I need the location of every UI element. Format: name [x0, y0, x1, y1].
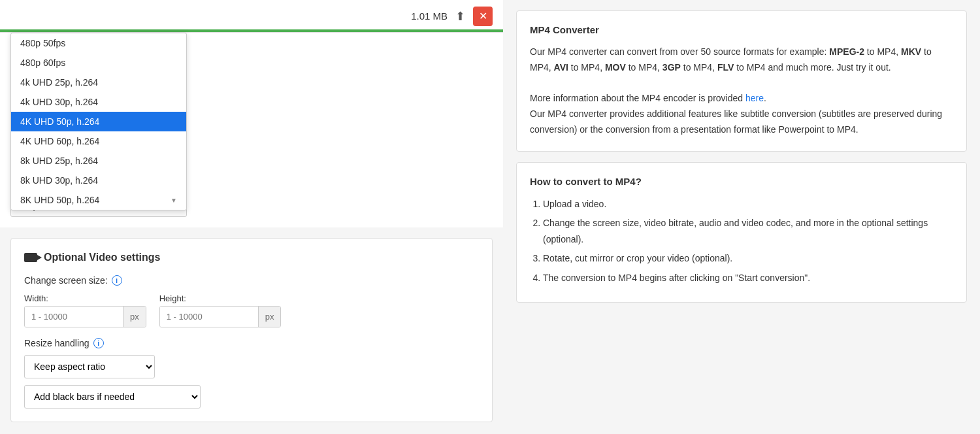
here-link[interactable]: here	[745, 93, 764, 103]
how-to-step-2: Change the screen size, video bitrate, a…	[543, 215, 953, 248]
progress-bar-fill	[0, 29, 503, 32]
width-input[interactable]	[25, 307, 123, 327]
quality-item-4k30[interactable]: 4k UHD 30p, h.264	[11, 92, 186, 112]
height-group: Height: px	[159, 293, 282, 327]
upload-icon: ⬆	[455, 10, 465, 23]
optional-video-settings: Optional Video settings Change screen si…	[10, 238, 493, 422]
resize-label-text: Resize handling	[24, 338, 90, 348]
3gp-label: 3GP	[662, 62, 681, 73]
avi-label: AVI	[554, 62, 568, 73]
how-to-title: How to convert to MP4?	[530, 176, 953, 187]
resize-label: Resize handling i	[24, 338, 479, 348]
quality-item-480p60[interactable]: 480p 60fps	[11, 53, 186, 73]
width-unit: px	[123, 307, 146, 327]
width-group: Width: px	[24, 293, 146, 327]
how-to-step-3: Rotate, cut mirror or crop your video (o…	[543, 250, 953, 267]
quality-item-480p50[interactable]: 480p 50fps	[11, 33, 186, 53]
mkv-label: MKV	[901, 46, 921, 57]
dropdown-arrow: ▼	[171, 197, 177, 204]
screen-size-text: Change screen size:	[24, 275, 108, 286]
height-unit: px	[258, 307, 281, 327]
progress-bar-container	[0, 29, 503, 32]
section-title-text: Optional Video settings	[44, 252, 160, 263]
dimensions-row: Width: px Height: px	[24, 293, 479, 327]
video-camera-icon	[24, 253, 37, 262]
how-to-list: Upload a video. Change the screen size, …	[530, 196, 953, 286]
mp4-converter-body: Our MP4 converter can convert from over …	[530, 44, 953, 138]
quality-item-8k25[interactable]: 8k UHD 25p, h.264	[11, 151, 186, 171]
file-size: 1.01 MB	[411, 10, 448, 22]
mov-label: MOV	[605, 62, 626, 73]
quality-item-8k30[interactable]: 8k UHD 30p, h.264	[11, 171, 186, 190]
quality-item-4k25[interactable]: 4k UHD 25p, h.264	[11, 73, 186, 92]
height-input[interactable]	[160, 307, 258, 327]
how-to-step-1: Upload a video.	[543, 196, 953, 212]
screen-size-info-icon[interactable]: i	[112, 275, 122, 286]
mp4-converter-card: MP4 Converter Our MP4 converter can conv…	[516, 10, 967, 152]
right-panel: MP4 Converter Our MP4 converter can conv…	[503, 0, 980, 434]
mp4-converter-title: MP4 Converter	[530, 24, 953, 35]
left-panel: 1.01 MB ⬆ ✕ 480p 50fps 480p 60fps 4k UHD…	[0, 0, 503, 434]
black-bars-select[interactable]: Add black bars if needed Crop None	[24, 385, 201, 409]
quality-dropdown-area: 480p 50fps 480p 60fps 4k UHD 25p, h.264 …	[0, 33, 503, 190]
mp4-para1: Our MP4 converter can convert from over …	[530, 44, 953, 76]
resize-section: Resize handling i Keep aspect ratio Stre…	[24, 338, 479, 409]
height-label: Height:	[159, 293, 282, 303]
upload-button[interactable]: ⬆	[455, 9, 465, 24]
mp4-para2: More information about the MP4 encoder i…	[530, 91, 953, 137]
height-input-wrap: px	[159, 306, 282, 327]
close-icon: ✕	[479, 10, 487, 22]
mpeg2-label: MPEG-2	[829, 46, 864, 57]
top-bar: 1.01 MB ⬆ ✕	[0, 0, 503, 33]
quality-item-4k50[interactable]: 4K UHD 50p, h.264	[11, 112, 186, 131]
section-title: Optional Video settings	[24, 252, 479, 263]
close-button[interactable]: ✕	[473, 7, 493, 26]
width-input-wrap: px	[24, 306, 146, 327]
quality-item-4k60[interactable]: 4K UHD 60p, h.264	[11, 131, 186, 151]
how-to-step-4: The conversion to MP4 begins after click…	[543, 270, 953, 286]
quality-item-8k50[interactable]: 8K UHD 50p, h.264 ▼	[11, 190, 186, 210]
flv-label: FLV	[717, 62, 734, 73]
width-label: Width:	[24, 293, 146, 303]
quality-dropdown[interactable]: 480p 50fps 480p 60fps 4k UHD 25p, h.264 …	[10, 33, 187, 210]
resize-info-icon[interactable]: i	[93, 338, 104, 348]
quality-item-8k50-label: 8K UHD 50p, h.264	[20, 195, 99, 205]
screen-size-label: Change screen size: i	[24, 275, 479, 286]
how-to-card: How to convert to MP4? Upload a video. C…	[516, 162, 967, 303]
resize-select[interactable]: Keep aspect ratio Stretch Fit	[24, 355, 155, 378]
